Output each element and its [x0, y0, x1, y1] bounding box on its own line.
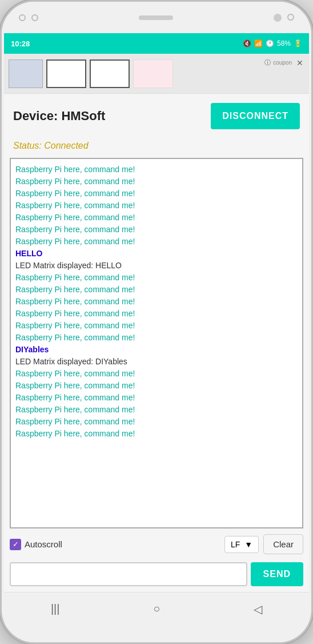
lf-dropdown-icon: ▼: [244, 540, 252, 549]
autoscroll-check[interactable]: ✓ Autoscroll: [10, 539, 62, 550]
phone-top-bar: [2, 2, 311, 33]
screen: 10:28 🔇 📶 🕐 58% 🔋 ⓘ coupon ✕: [4, 33, 309, 625]
send-input[interactable]: [10, 562, 247, 586]
phone-dot-3: [287, 14, 294, 21]
status-icons: 🔇 📶 🕐 58% 🔋: [243, 39, 302, 47]
ad-image-3: [133, 59, 173, 88]
phone-dot-1: [19, 14, 26, 21]
ad-image-2: [90, 59, 130, 88]
console-line: LED Matrix displayed: DIYables: [15, 356, 298, 368]
console-line: Raspberry Pi here, command me!: [15, 392, 298, 404]
console-line: Raspberry Pi here, command me!: [15, 176, 298, 188]
lf-select[interactable]: LF ▼: [224, 536, 259, 553]
menu-nav-icon[interactable]: |||: [51, 602, 60, 615]
console-line: Raspberry Pi here, command me!: [15, 236, 298, 248]
console-line: Raspberry Pi here, command me!: [15, 308, 298, 320]
console-line: Raspberry Pi here, command me!: [15, 428, 298, 440]
console-line: Raspberry Pi here, command me!: [15, 224, 298, 236]
coupon-text: coupon: [273, 59, 292, 66]
ad-info: ⓘ coupon: [264, 58, 292, 67]
console-line: Raspberry Pi here, command me!: [15, 272, 298, 284]
home-nav-icon[interactable]: ○: [153, 602, 160, 615]
status-connected: Status: Connected: [4, 138, 309, 158]
phone-bottom-nav: ||| ○ ◁: [4, 592, 309, 625]
ad-close-button[interactable]: ✕: [296, 58, 303, 67]
phone-dot-2: [31, 14, 38, 21]
ad-thumbnail: [9, 59, 43, 88]
device-header: Device: HMSoft DISCONNECT: [4, 94, 309, 138]
clock-icon: 🕐: [266, 39, 274, 47]
console-line: Raspberry Pi here, command me!: [15, 368, 298, 380]
phone-dots-right: [274, 14, 294, 22]
ad-image-1: [46, 59, 86, 88]
console-line: Raspberry Pi here, command me!: [15, 164, 298, 176]
console-line: Raspberry Pi here, command me!: [15, 212, 298, 224]
autoscroll-checkbox[interactable]: ✓: [10, 539, 21, 550]
phone-dots-left: [19, 14, 38, 21]
lf-label: LF: [231, 540, 240, 549]
phone-frame: 10:28 🔇 📶 🕐 58% 🔋 ⓘ coupon ✕: [0, 0, 313, 644]
console-area[interactable]: Raspberry Pi here, command me!Raspberry …: [10, 158, 303, 528]
console-line: Raspberry Pi here, command me!: [15, 188, 298, 200]
app-content: Device: HMSoft DISCONNECT Status: Connec…: [4, 94, 309, 592]
autoscroll-label: Autoscroll: [25, 539, 62, 549]
ad-info-icon: ⓘ: [264, 58, 271, 67]
status-time: 10:28: [11, 39, 30, 48]
phone-camera: [274, 14, 282, 22]
battery-icon: 58%: [277, 39, 291, 47]
console-line: Raspberry Pi here, command me!: [15, 416, 298, 428]
device-label: Device: HMSoft: [13, 109, 105, 124]
console-line: LED Matrix displayed: HELLO: [15, 260, 298, 272]
console-line: DIYables: [15, 344, 298, 356]
mute-icon: 🔇: [243, 39, 251, 47]
console-line: Raspberry Pi here, command me!: [15, 320, 298, 332]
console-line: Raspberry Pi here, command me!: [15, 284, 298, 296]
phone-speaker: [139, 15, 173, 20]
console-line: Raspberry Pi here, command me!: [15, 296, 298, 308]
battery-full-icon: 🔋: [294, 39, 302, 47]
disconnect-button[interactable]: DISCONNECT: [211, 103, 300, 129]
console-line: Raspberry Pi here, command me!: [15, 404, 298, 416]
back-nav-icon[interactable]: ◁: [254, 602, 262, 616]
wifi-icon: 📶: [254, 39, 263, 47]
console-line: HELLO: [15, 248, 298, 260]
console-line: Raspberry Pi here, command me!: [15, 332, 298, 344]
send-area: SEND: [4, 559, 309, 592]
clear-button[interactable]: Clear: [263, 534, 303, 554]
phone-bottom: [2, 625, 311, 642]
console-line: Raspberry Pi here, command me!: [15, 200, 298, 212]
bottom-controls: ✓ Autoscroll LF ▼ Clear: [4, 528, 309, 559]
status-bar: 10:28 🔇 📶 🕐 58% 🔋: [4, 33, 309, 54]
console-line: Raspberry Pi here, command me!: [15, 380, 298, 392]
send-button[interactable]: SEND: [251, 562, 303, 586]
ad-banner: ⓘ coupon ✕: [4, 54, 309, 94]
